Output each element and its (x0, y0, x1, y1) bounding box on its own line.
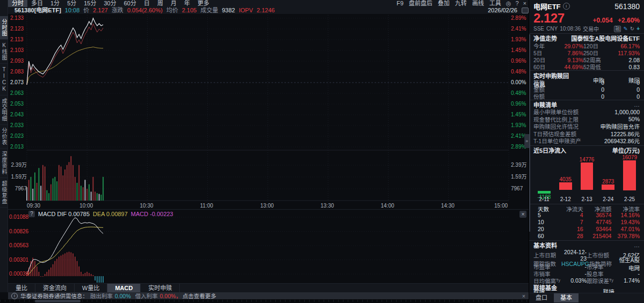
price-change-pct: +2.60% (618, 17, 640, 24)
panel-tab-盘口[interactable]: 盘口 (529, 293, 554, 302)
macd-svg[interactable] (8, 210, 529, 284)
macd-axis-label: 0.00826 (9, 229, 27, 234)
basic-value: - (614, 270, 640, 277)
sidebar-item-K线图[interactable]: K线图 (0, 40, 8, 64)
macd-title: MACD (38, 211, 55, 217)
close-icon[interactable]: × (519, 293, 529, 299)
quote-timestamp: 10:08:36 (560, 26, 581, 32)
inflow-bar (538, 191, 551, 194)
perf-value: 117.93% (606, 50, 640, 56)
basic-info-title: 基本资料 (533, 241, 557, 249)
toolbar-item-九转[interactable]: 九转 (452, 0, 470, 7)
panel-scrollbar-thumb[interactable] (529, 34, 530, 232)
perf-label: 52周低 (583, 63, 606, 71)
pct-axis-label: 0.96% (511, 101, 528, 107)
period-tab-60分[interactable]: 60分 (120, 0, 140, 7)
period-tab-多日[interactable]: 多日 (27, 0, 47, 7)
flow-table-row: 6028215404379.78% (529, 233, 644, 240)
basic-value: 1.74% (614, 277, 640, 284)
period-tab-周[interactable]: 周 (153, 0, 167, 7)
price-axis-label: 2.033 (10, 123, 26, 128)
inflow-category-label: 2-12 (555, 196, 576, 202)
pct-axis-label: 2.41% (511, 26, 528, 32)
period-tab-日[interactable]: 日 (140, 0, 153, 7)
info-icon[interactable]: i (563, 3, 570, 10)
more-ellipsis[interactable]: … (634, 101, 640, 108)
time-axis-label: 15:00 (494, 203, 508, 209)
time-axis-label: 13:30 (320, 203, 334, 209)
trading-status: 交易中 (583, 25, 599, 33)
redeem-value: 0 (604, 86, 640, 93)
toolbar-item-F9[interactable]: F9 (394, 0, 406, 7)
price-value: 2.127 (93, 7, 108, 14)
symbol-label: 561380[电网ETF] (14, 7, 61, 14)
sidebar-item-成交明细[interactable]: 成交明细 (0, 95, 8, 125)
intraday-svg[interactable] (8, 14, 529, 209)
flow-cell: 379.78% (611, 233, 640, 239)
sidebar-item-超级复盘[interactable]: 超级复盘 (0, 178, 8, 208)
more-ellipsis[interactable]: … (634, 242, 640, 248)
period-tab-15分[interactable]: 15分 (80, 0, 100, 7)
scrollbar-thumb[interactable] (35, 300, 80, 302)
toolbar-item-画线[interactable]: 画线 (470, 0, 487, 7)
margin-badge: 融 (614, 26, 621, 32)
add-icon[interactable]: + (636, 26, 640, 32)
flow-cell: 93464 (583, 226, 612, 232)
period-tab-1分[interactable]: 1分 (47, 0, 63, 7)
price-change: +0.054 (593, 17, 613, 24)
dif-label: DIF (57, 211, 67, 217)
toolbar-item-叠加[interactable]: 叠加 (435, 0, 452, 7)
margin-info-bar: i 华泰证券融券通供需信息： 融出利率 0.00% 借入利率 0.00%， 点击… (8, 292, 529, 299)
intraday-chart[interactable]: 2.1332.1232.1132.1032.0932.0832.0732.063… (8, 14, 529, 209)
basic-value: - (561, 270, 587, 277)
close-icon[interactable]: × (519, 211, 526, 218)
period-tab-年[interactable]: 年 (180, 0, 194, 7)
help-icon[interactable]: ? (513, 0, 521, 7)
basic-value: 0.03% (561, 277, 587, 284)
realtime-row: 笔数00 (529, 78, 644, 85)
edit-pencil-icon[interactable]: ✎ (623, 26, 627, 32)
settings-gear-icon[interactable]: ◎ (504, 0, 514, 7)
macd-label: MACD (131, 211, 148, 217)
macd-pane[interactable]: ? MACD DIF 0.00785 DEA 0.00897 MACD -0.0… (8, 209, 529, 284)
refresh-icon[interactable]: ↻ (630, 26, 634, 32)
sidebar-item-深度资料[interactable]: 深度资料 (0, 149, 8, 178)
flow-cell: 215404 (583, 233, 612, 239)
price-axis-label: 2.123 (10, 26, 26, 32)
period-tab-5分[interactable]: 5分 (63, 0, 80, 7)
inflow-bar (602, 184, 614, 190)
fund-full-name: 国泰恒生A股电网设备ETF (571, 34, 640, 42)
toolbar-item-工具[interactable]: 工具 (487, 0, 504, 7)
sidebar-item-TICK[interactable]: TICK (0, 64, 8, 95)
period-tab-月[interactable]: 月 (167, 0, 180, 7)
period-tab-更多[interactable]: 更多 (194, 0, 213, 7)
redeem-row: T-1日单位申赎资产2069432.86元 (529, 137, 644, 145)
perf-value: 9.13% (550, 57, 583, 63)
price-axis-label: 2.113 (10, 37, 26, 42)
basic-info-row: 市盈率-市净率- (529, 263, 644, 270)
pct-axis-label: 0.96% (511, 58, 528, 64)
sidebar-item-分价表[interactable]: 分价表 (0, 125, 8, 149)
toolbar-item-盘前盘后[interactable]: 盘前盘后 (406, 0, 435, 7)
dif-value: 0.00785 (68, 211, 90, 217)
time-axis-label: 14:00 (381, 203, 394, 209)
toolbar-right-group: F9盘前盘后叠加九转画线工具◎?× (394, 0, 529, 7)
collapse-panel-handle[interactable]: » (524, 134, 529, 148)
sidebar-item-分时图[interactable]: 分时图 (0, 16, 8, 40)
perf-value: 2.08 (606, 57, 640, 63)
volume-axis-label: 7967 (511, 186, 528, 191)
subscribe-value: 0 (573, 93, 604, 100)
perf-value: 44.69% (550, 64, 583, 70)
close-icon[interactable]: × (521, 0, 529, 7)
price-axis-label: 2.093 (10, 58, 26, 64)
bottom-scrollbar[interactable] (0, 299, 529, 303)
panel-tab-基本[interactable]: 基本 (554, 293, 579, 302)
period-tab-分时[interactable]: 分时 (8, 0, 27, 7)
redeem-label: T-1日单位申赎资产 (533, 137, 581, 145)
price-axis-label: 2.013 (10, 144, 26, 150)
period-tab-30分[interactable]: 30分 (100, 0, 120, 7)
redeem-value: 50% (628, 116, 640, 122)
help-icon[interactable]: ? (28, 211, 35, 217)
view-more-link[interactable]: 点击查看更多 (182, 292, 216, 300)
mini-widget-icon[interactable] (522, 8, 529, 13)
